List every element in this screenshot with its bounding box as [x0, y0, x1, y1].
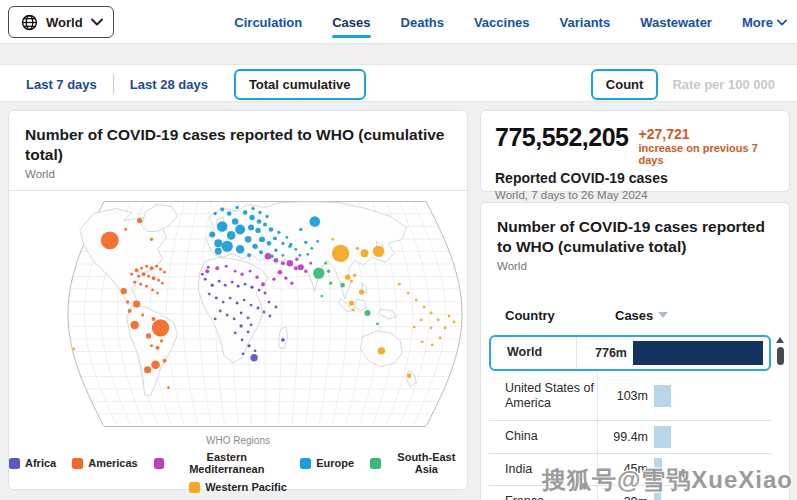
case-bubble-western-pacific[interactable] [453, 321, 456, 324]
case-bubble-eastern-mediterranean[interactable] [298, 264, 304, 270]
case-bubble-americas[interactable] [142, 272, 146, 276]
case-bubble-europe[interactable] [288, 245, 291, 248]
case-bubble-western-pacific[interactable] [415, 299, 418, 302]
case-bubble-africa[interactable] [214, 318, 217, 321]
case-bubble-africa[interactable] [258, 289, 261, 292]
case-bubble-europe[interactable] [222, 241, 233, 252]
legend-item-europe[interactable]: Europe [300, 451, 354, 475]
case-bubble-europe[interactable] [269, 227, 274, 232]
case-bubble-europe[interactable] [281, 242, 284, 245]
legend-item-americas[interactable]: Americas [72, 451, 138, 475]
case-bubble-eastern-mediterranean[interactable] [272, 277, 275, 280]
case-bubble-americas[interactable] [130, 273, 133, 276]
case-bubble-africa[interactable] [250, 324, 253, 327]
case-bubble-africa[interactable] [222, 301, 225, 304]
case-bubble-europe[interactable] [309, 216, 320, 227]
scroll-up-icon[interactable] [776, 337, 784, 343]
nav-tab-cases[interactable]: Cases [332, 11, 370, 34]
case-bubble-europe[interactable] [277, 231, 280, 234]
case-bubble-americas[interactable] [147, 275, 150, 278]
case-bubble-americas[interactable] [156, 292, 159, 295]
case-bubble-americas[interactable] [159, 268, 162, 271]
case-bubble-europe[interactable] [214, 212, 217, 215]
case-bubble-americas[interactable] [128, 309, 132, 313]
case-bubble-eastern-mediterranean[interactable] [278, 270, 283, 275]
metric-rate-per-100000[interactable]: Rate per 100 000 [658, 77, 789, 92]
case-bubble-europe[interactable] [235, 224, 245, 234]
case-bubble-eastern-mediterranean[interactable] [287, 260, 294, 267]
case-bubble-western-pacific[interactable] [431, 343, 434, 346]
case-bubble-eastern-mediterranean[interactable] [249, 270, 252, 273]
case-bubble-south-east-asia[interactable] [340, 283, 345, 288]
case-bubble-africa[interactable] [241, 338, 244, 341]
case-bubble-europe[interactable] [306, 253, 309, 256]
table-row-china[interactable]: China99.4m [489, 420, 771, 453]
case-bubble-western-pacific[interactable] [439, 336, 442, 339]
case-bubble-eastern-mediterranean[interactable] [240, 273, 243, 276]
case-bubble-western-pacific[interactable] [356, 247, 359, 250]
region-selector[interactable]: World [8, 6, 114, 38]
case-bubble-africa[interactable] [208, 293, 211, 296]
case-bubble-eastern-mediterranean[interactable] [290, 281, 293, 284]
case-bubble-americas[interactable] [163, 271, 166, 274]
case-bubble-eastern-mediterranean[interactable] [304, 270, 307, 273]
case-bubble-europe[interactable] [215, 248, 222, 255]
case-bubble-western-pacific[interactable] [352, 309, 355, 312]
case-bubble-americas[interactable] [139, 283, 142, 286]
case-bubble-americas[interactable] [126, 300, 129, 303]
case-bubble-americas[interactable] [144, 366, 151, 373]
case-bubble-europe[interactable] [257, 219, 262, 224]
case-bubble-africa[interactable] [250, 285, 253, 288]
case-bubble-europe[interactable] [227, 231, 236, 240]
case-bubble-eastern-mediterranean[interactable] [215, 266, 219, 270]
case-bubble-americas[interactable] [140, 267, 143, 270]
case-bubble-europe[interactable] [259, 236, 265, 242]
case-bubble-eastern-mediterranean[interactable] [205, 269, 209, 273]
case-bubble-south-east-asia[interactable] [320, 295, 323, 298]
case-bubble-africa[interactable] [224, 284, 227, 287]
case-bubble-americas[interactable] [137, 218, 142, 223]
table-row-united-states-of-america[interactable]: United States of America103m [489, 373, 771, 420]
case-bubble-europe[interactable] [236, 245, 245, 254]
case-bubble-africa[interactable] [243, 299, 246, 302]
case-bubble-europe[interactable] [265, 215, 268, 218]
case-bubble-western-pacific[interactable] [331, 238, 334, 241]
case-bubble-americas[interactable] [156, 346, 160, 350]
time-range-last-28-days[interactable]: Last 28 days [114, 77, 224, 92]
case-bubble-americas[interactable] [133, 281, 136, 284]
legend-item-south-east-asia[interactable]: South-East Asia [370, 451, 467, 475]
legend-item-eastern-mediterranean[interactable]: Eastern Mediterranean [154, 451, 284, 475]
case-bubble-europe[interactable] [274, 249, 277, 252]
case-bubble-africa[interactable] [207, 266, 210, 269]
case-bubble-western-pacific[interactable] [413, 326, 416, 329]
case-bubble-south-east-asia[interactable] [376, 323, 379, 326]
case-bubble-africa[interactable] [233, 318, 236, 321]
case-bubble-europe[interactable] [249, 215, 254, 220]
case-bubble-europe[interactable] [227, 211, 232, 216]
case-bubble-europe[interactable] [243, 210, 248, 215]
case-bubble-europe[interactable] [273, 236, 277, 240]
case-bubble-eastern-mediterranean[interactable] [295, 258, 298, 261]
case-bubble-africa[interactable] [274, 306, 277, 309]
case-bubble-africa[interactable] [257, 307, 260, 310]
case-bubble-africa[interactable] [211, 283, 214, 286]
metric-count[interactable]: Count [591, 69, 659, 100]
case-bubble-europe[interactable] [220, 208, 224, 212]
case-bubble-europe[interactable] [263, 222, 267, 226]
case-bubble-eastern-mediterranean[interactable] [261, 282, 265, 286]
case-bubble-americas[interactable] [150, 238, 153, 241]
nav-tab-deaths[interactable]: Deaths [401, 11, 444, 34]
case-bubble-europe[interactable] [245, 236, 252, 243]
case-bubble-western-pacific[interactable] [73, 347, 76, 350]
case-bubble-americas[interactable] [152, 319, 169, 336]
case-bubble-western-pacific[interactable] [332, 245, 349, 262]
case-bubble-americas[interactable] [152, 317, 156, 321]
case-bubble-europe[interactable] [259, 250, 263, 254]
case-bubble-africa[interactable] [264, 292, 267, 295]
case-bubble-africa[interactable] [247, 344, 250, 347]
case-bubble-americas[interactable] [145, 265, 148, 268]
case-bubble-europe[interactable] [232, 218, 239, 225]
case-bubble-americas[interactable] [163, 359, 167, 363]
nav-tab-wastewater[interactable]: Wastewater [640, 11, 712, 34]
case-bubble-africa[interactable] [204, 278, 207, 281]
